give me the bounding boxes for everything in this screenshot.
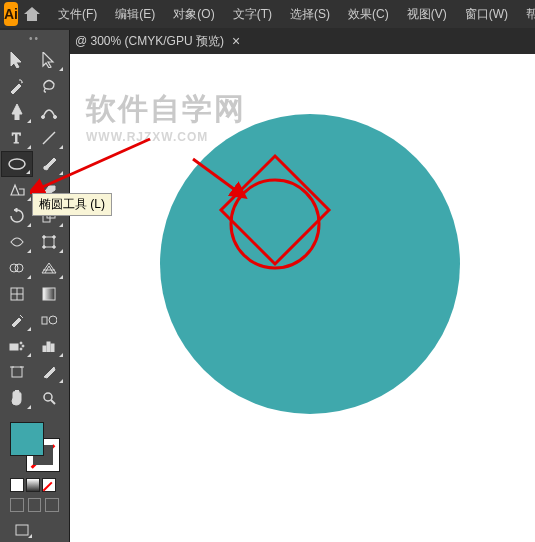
- shaper-tool[interactable]: [1, 177, 33, 203]
- width-icon: [9, 236, 25, 248]
- svg-rect-32: [16, 525, 28, 535]
- paintbrush-tool[interactable]: [33, 151, 65, 177]
- menu-effect[interactable]: 效果(C): [342, 2, 395, 27]
- menu-object[interactable]: 对象(O): [167, 2, 220, 27]
- cursor-outline-icon: [42, 52, 56, 68]
- blend-tool[interactable]: [33, 307, 65, 333]
- menu-edit[interactable]: 编辑(E): [109, 2, 161, 27]
- lasso-tool[interactable]: [33, 73, 65, 99]
- spray-icon: [9, 340, 25, 352]
- pen-icon: [10, 104, 24, 120]
- rotate-tool[interactable]: [1, 203, 33, 229]
- eyedropper-tool[interactable]: [1, 307, 33, 333]
- document-tab-close[interactable]: ×: [232, 33, 240, 49]
- svg-point-30: [44, 393, 52, 401]
- app-logo: Ai: [4, 2, 18, 26]
- svg-point-23: [20, 348, 22, 350]
- hand-icon: [10, 390, 24, 406]
- zoom-icon: [42, 391, 56, 405]
- width-tool[interactable]: [1, 229, 33, 255]
- color-mode-row: [4, 476, 65, 494]
- menu-type[interactable]: 文字(T): [227, 2, 278, 27]
- lasso-icon: [41, 79, 57, 93]
- screen-mode[interactable]: [10, 520, 34, 540]
- symbol-sprayer-tool[interactable]: [1, 333, 33, 359]
- svg-line-31: [51, 400, 55, 404]
- shapebuilder-icon: [9, 261, 25, 275]
- eyedropper-icon: [10, 313, 24, 327]
- svg-rect-18: [42, 317, 47, 324]
- svg-point-21: [20, 342, 22, 344]
- curvature-tool[interactable]: [33, 99, 65, 125]
- home-button[interactable]: [24, 2, 40, 26]
- gradient-tool[interactable]: [33, 281, 65, 307]
- draw-inside[interactable]: [45, 498, 59, 512]
- svg-rect-26: [51, 344, 54, 352]
- free-transform-tool[interactable]: [33, 229, 65, 255]
- perspective-icon: [41, 262, 57, 274]
- svg-rect-25: [47, 342, 50, 352]
- svg-point-22: [22, 345, 24, 347]
- svg-line-3: [43, 132, 55, 144]
- brush-icon: [41, 156, 57, 172]
- svg-rect-17: [43, 288, 55, 300]
- blend-icon: [41, 314, 57, 326]
- column-graph-tool[interactable]: [33, 333, 65, 359]
- type-icon: T: [10, 131, 24, 145]
- draw-behind[interactable]: [28, 498, 42, 512]
- line-segment-tool[interactable]: [33, 125, 65, 151]
- mesh-tool[interactable]: [1, 281, 33, 307]
- color-mode-none[interactable]: [42, 478, 56, 492]
- svg-point-19: [49, 316, 57, 324]
- home-icon: [24, 7, 40, 21]
- zoom-tool[interactable]: [33, 385, 65, 411]
- artboard-tool[interactable]: [1, 359, 33, 385]
- tools-grid: T: [0, 46, 69, 412]
- ellipse-icon: [8, 158, 26, 170]
- color-mode-gradient[interactable]: [26, 478, 40, 492]
- line-icon: [41, 130, 57, 146]
- fill-swatch[interactable]: [10, 422, 44, 456]
- perspective-grid-tool[interactable]: [33, 255, 65, 281]
- document-tab-bar: @ 300% (CMYK/GPU 预览) ×: [0, 28, 535, 54]
- fill-stroke-swatch[interactable]: [10, 422, 60, 472]
- screen-mode-row: [4, 516, 65, 542]
- screen-icon: [15, 524, 29, 536]
- wand-icon: [9, 78, 25, 94]
- ellipse-tool[interactable]: [1, 151, 33, 177]
- panel-grip[interactable]: ••: [0, 30, 69, 46]
- transform-icon: [42, 235, 56, 249]
- svg-point-9: [53, 236, 56, 239]
- artwork-red-shapes: [215, 150, 385, 320]
- menu-help[interactable]: 帮: [520, 2, 535, 27]
- slice-icon: [42, 365, 56, 379]
- menu-file[interactable]: 文件(F): [52, 2, 103, 27]
- color-mode-fill[interactable]: [10, 478, 24, 492]
- selection-tool[interactable]: [1, 47, 33, 73]
- hand-tool[interactable]: [1, 385, 33, 411]
- svg-point-0: [42, 116, 45, 119]
- svg-rect-20: [10, 344, 18, 350]
- canvas[interactable]: 软件自学网 WWW.RJZXW.COM: [70, 54, 535, 542]
- watermark-main: 软件自学网: [86, 92, 246, 125]
- curvature-icon: [41, 105, 57, 119]
- draw-normal[interactable]: [10, 498, 24, 512]
- draw-mode-row: [4, 494, 65, 516]
- svg-point-10: [43, 246, 46, 249]
- svg-point-4: [9, 159, 25, 169]
- magic-wand-tool[interactable]: [1, 73, 33, 99]
- svg-rect-24: [43, 346, 46, 352]
- svg-point-1: [54, 116, 57, 119]
- direct-selection-tool[interactable]: [33, 47, 65, 73]
- pen-tool[interactable]: [1, 99, 33, 125]
- type-tool[interactable]: T: [1, 125, 33, 151]
- cursor-icon: [10, 52, 24, 68]
- menu-window[interactable]: 窗口(W): [459, 2, 514, 27]
- menu-view[interactable]: 视图(V): [401, 2, 453, 27]
- shape-builder-tool[interactable]: [1, 255, 33, 281]
- svg-point-8: [43, 236, 46, 239]
- menu-select[interactable]: 选择(S): [284, 2, 336, 27]
- color-swatches: [0, 416, 69, 542]
- document-tab-title[interactable]: @ 300% (CMYK/GPU 预览): [75, 33, 224, 50]
- slice-tool[interactable]: [33, 359, 65, 385]
